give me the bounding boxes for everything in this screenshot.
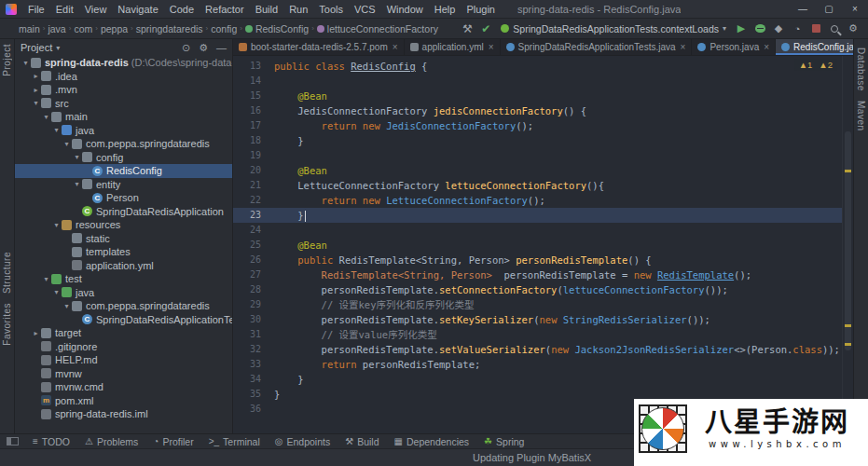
tree-item-springdataredisapplicationtests[interactable]: CSpringDataRedisApplicationTests: [15, 313, 232, 327]
menu-refactor[interactable]: Refactor: [200, 0, 250, 19]
tab-redisconfig-java[interactable]: RedisConfig.java×: [776, 39, 853, 55]
chevron-down-icon[interactable]: ▾: [72, 153, 82, 161]
window-close-button[interactable]: ×: [842, 0, 868, 19]
tool-window-button-maven[interactable]: Maven: [856, 96, 866, 136]
breadcrumb-item-config[interactable]: config: [209, 23, 239, 34]
code-line[interactable]: 31 // 设置value序列化类型: [233, 327, 842, 342]
tool-window-button-favorites[interactable]: Favorites: [2, 298, 12, 350]
chevron-down-icon[interactable]: ▾: [51, 126, 62, 134]
tool-button-dependencies[interactable]: ▦Dependencies: [387, 436, 477, 447]
tree-item-gitignore[interactable]: .gitignore: [15, 340, 232, 354]
breadcrumb-item-main[interactable]: main: [17, 23, 42, 34]
scrollbar-thumb[interactable]: [845, 131, 851, 350]
tool-button-endpoints[interactable]: ◎Endpoints: [268, 436, 338, 447]
tool-button-profiler[interactable]: ◔Profiler: [145, 436, 200, 447]
tool-window-button-database[interactable]: Database: [856, 43, 866, 96]
chevron-right-icon[interactable]: ▸: [31, 72, 41, 80]
code-line[interactable]: 21 LettuceConnectionFactory lettuceConne…: [233, 178, 842, 193]
code-line[interactable]: 34 }: [233, 372, 842, 387]
search-icon[interactable]: [825, 20, 844, 38]
chevron-down-icon[interactable]: ▾: [56, 44, 60, 52]
locate-icon[interactable]: ⊙: [182, 42, 190, 54]
tool-window-button-project[interactable]: Project: [2, 39, 12, 81]
warning-stripe-mark[interactable]: [845, 343, 851, 346]
tree-item-static[interactable]: static: [15, 232, 232, 246]
tab-application-yml[interactable]: application.yml×: [405, 39, 501, 55]
breadcrumb-item-lettuceconnectionfactory[interactable]: lettuceConnectionFactory: [315, 23, 440, 34]
tree-item-springdataredisapplication[interactable]: CSpringDataRedisApplication: [15, 205, 232, 219]
tool-window-button-structure[interactable]: Structure: [2, 247, 12, 298]
chevron-down-icon[interactable]: ▾: [51, 288, 62, 296]
code-line[interactable]: 30 personRedisTemplate.setKeySerializer(…: [233, 312, 842, 327]
tool-button-todo[interactable]: ≡TODO: [25, 436, 77, 447]
tab-close-icon[interactable]: ×: [489, 42, 494, 52]
menu-view[interactable]: View: [79, 0, 113, 19]
tool-window-switcher-icon[interactable]: [7, 437, 19, 445]
tree-item-redisconfig[interactable]: CRedisConfig: [15, 164, 232, 178]
tree-item-spring-data-redis[interactable]: ▾spring-data-redis(D:\Codes\spring-data-…: [15, 56, 232, 70]
stop-icon[interactable]: [806, 20, 825, 38]
warnings-badge[interactable]: ▲2: [819, 60, 833, 70]
code-line[interactable]: 14: [233, 74, 842, 89]
run-icon[interactable]: ▶: [732, 20, 751, 38]
inspections-widget[interactable]: ▲1▲2: [794, 59, 837, 71]
tree-item-target[interactable]: ▸target: [15, 326, 232, 340]
breadcrumb-item-springdataredis[interactable]: springdataredis: [134, 23, 205, 34]
code-line[interactable]: 20 @Bean: [233, 163, 842, 178]
chevron-down-icon[interactable]: ▾: [31, 99, 41, 107]
code-line[interactable]: 32 personRedisTemplate.setValueSerialize…: [233, 342, 842, 357]
commit-check-icon[interactable]: ✔: [476, 22, 495, 35]
chevron-down-icon[interactable]: ▾: [62, 140, 72, 148]
chevron-down-icon[interactable]: ▾: [62, 302, 72, 310]
tree-item-com-peppa-springdataredis[interactable]: ▾com.peppa.springdataredis: [15, 137, 232, 151]
tool-button-terminal[interactable]: >_Terminal: [201, 436, 268, 447]
build-project-icon[interactable]: ⚒: [458, 22, 476, 35]
tool-button-spring[interactable]: ☘Spring: [476, 436, 531, 447]
menu-tools[interactable]: Tools: [313, 0, 349, 19]
menu-help[interactable]: Help: [429, 0, 462, 19]
tree-item-idea[interactable]: ▸.idea: [15, 70, 232, 84]
tab-close-icon[interactable]: ×: [393, 42, 398, 52]
code-line[interactable]: 27 RedisTemplate<String, Person> personR…: [233, 267, 842, 282]
tree-item-resources[interactable]: ▾resources: [15, 218, 232, 232]
code-line[interactable]: 25 @Bean: [233, 238, 842, 253]
chevron-down-icon[interactable]: ▾: [41, 275, 51, 283]
code-line[interactable]: 18 }: [233, 133, 842, 148]
chevron-down-icon[interactable]: ▾: [72, 180, 82, 188]
debug-icon[interactable]: [751, 20, 769, 38]
menu-code[interactable]: Code: [164, 0, 200, 19]
window-restore-button[interactable]: ▢: [816, 0, 842, 19]
tool-button-problems[interactable]: ⚠Problems: [77, 436, 145, 447]
tree-item-mvnw[interactable]: mvnw: [15, 367, 232, 381]
tree-item-java[interactable]: ▾java: [15, 286, 232, 300]
code-line[interactable]: 16 JedisConnectionFactory jedisConnectio…: [233, 103, 842, 118]
menu-build[interactable]: Build: [250, 0, 283, 19]
code-line[interactable]: 13public class RedisConfig {: [233, 59, 842, 74]
chevron-down-icon[interactable]: ▾: [51, 221, 62, 229]
tree-item-help-md[interactable]: HELP.md: [15, 353, 232, 367]
menu-run[interactable]: Run: [283, 0, 313, 19]
tree-item-mvn[interactable]: ▸.mvn: [15, 83, 232, 97]
tree-item-pom-xml[interactable]: mpom.xml: [15, 394, 232, 408]
tab-boot-starter-data-redis-2-5-7-pom[interactable]: boot-starter-data-redis-2.5.7.pom×: [233, 39, 405, 55]
tree-item-java[interactable]: ▾java: [15, 124, 232, 138]
project-panel-title[interactable]: Project: [21, 42, 52, 53]
code-line[interactable]: 28 personRedisTemplate.setConnectionFact…: [233, 282, 842, 297]
breadcrumb-item-com[interactable]: com: [72, 23, 94, 34]
tree-item-person[interactable]: CPerson: [15, 191, 232, 205]
tree-item-com-peppa-springdataredis[interactable]: ▾com.peppa.springdataredis: [15, 299, 232, 313]
menu-edit[interactable]: Edit: [50, 0, 79, 19]
code-line[interactable]: 19: [233, 148, 842, 163]
code-area[interactable]: 13public class RedisConfig {1415 @Bean16…: [233, 56, 842, 433]
tree-item-config[interactable]: ▾config: [15, 151, 232, 165]
tab-close-icon[interactable]: ×: [681, 42, 686, 52]
warning-stripe-mark[interactable]: [845, 324, 851, 327]
chevron-right-icon[interactable]: ▸: [31, 86, 41, 94]
warning-stripe-mark[interactable]: [845, 170, 851, 172]
tree-item-spring-data-redis-iml[interactable]: spring-data-redis.iml: [15, 407, 232, 421]
menu-navigate[interactable]: Navigate: [112, 0, 163, 19]
window-minimize-button[interactable]: —: [790, 0, 816, 19]
breadcrumb-item-java[interactable]: java: [46, 23, 67, 34]
tab-close-icon[interactable]: ×: [764, 42, 769, 52]
code-line[interactable]: 26 public RedisTemplate<String, Person> …: [233, 253, 842, 267]
